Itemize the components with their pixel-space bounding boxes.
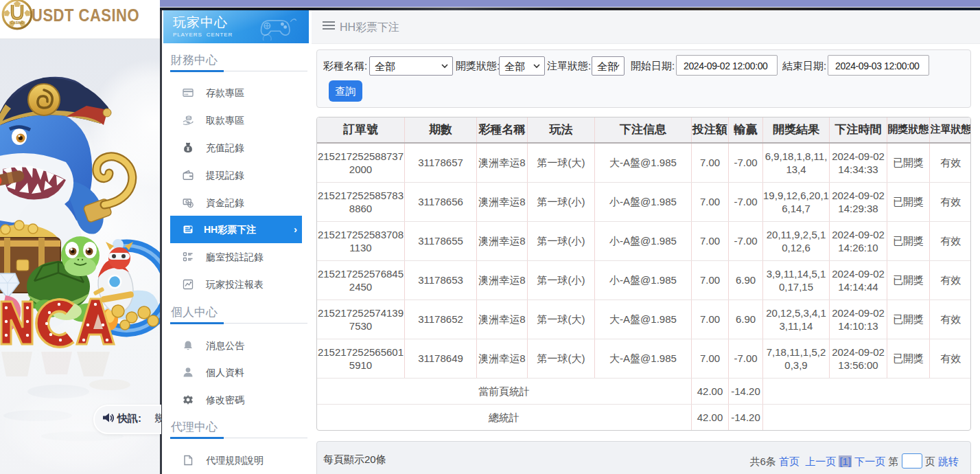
svg-text:CASINO: CASINO [10,21,24,25]
